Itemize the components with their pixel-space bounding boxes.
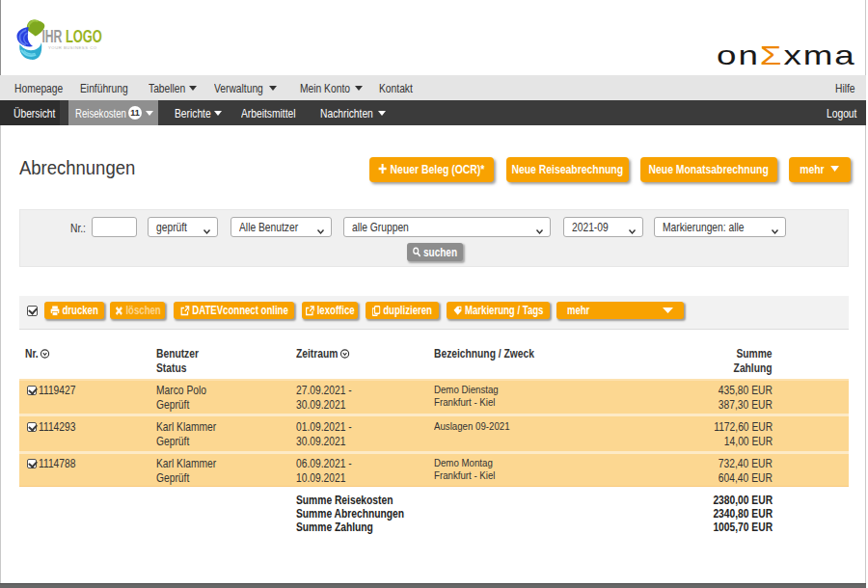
svg-text:YOUR BUSINESS CO: YOUR BUSINESS CO bbox=[48, 45, 97, 50]
svg-text:LOGO: LOGO bbox=[66, 27, 102, 46]
svg-text:IHR: IHR bbox=[41, 27, 62, 46]
